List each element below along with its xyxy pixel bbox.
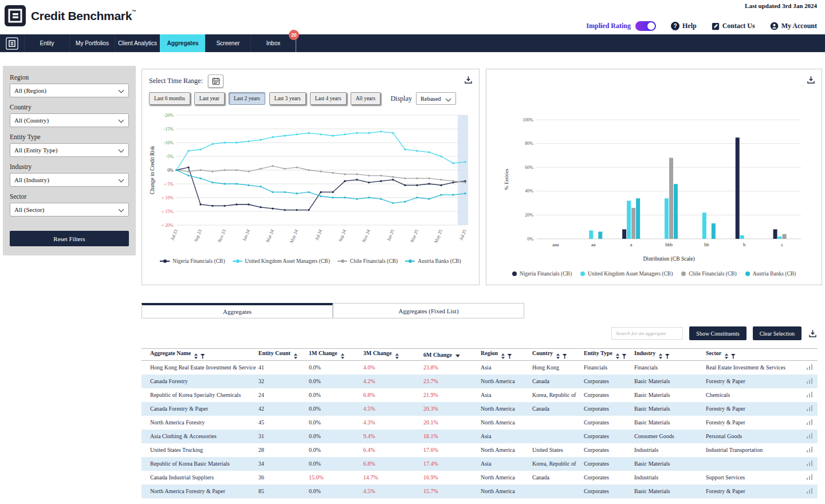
- sort-icon[interactable]: [616, 353, 619, 359]
- show-constituents-button[interactable]: Show Constituents: [689, 326, 746, 340]
- nav-tab-inbox[interactable]: Inbox20: [250, 34, 296, 52]
- column-header-entity-type[interactable]: Entity Type: [582, 349, 632, 361]
- download-icon[interactable]: [805, 74, 817, 86]
- column-header-6m-change[interactable]: 6M Change: [421, 349, 478, 361]
- svg-text:bbb: bbb: [665, 242, 673, 247]
- column-header-industry[interactable]: Industry: [632, 349, 704, 361]
- sparkline-icon[interactable]: [807, 405, 813, 411]
- legend-item-united-kingdom-asset-managers-cb[interactable]: United Kingdom Asset Managers (CB): [580, 271, 673, 277]
- column-header-country[interactable]: Country: [530, 349, 582, 361]
- implied-rating-toggle[interactable]: [635, 21, 656, 31]
- legend-item-united-kingdom-asset-managers-cb[interactable]: United Kingdom Asset Managers (CB): [233, 258, 330, 264]
- legend-item-chile-financials-cb[interactable]: Chile Financials (CB): [337, 258, 398, 264]
- svg-text:aa: aa: [591, 242, 596, 247]
- page: Last updated 3rd Jan 2024 Credit Benchma…: [0, 0, 825, 504]
- column-header-entity-count[interactable]: Entity Count: [256, 349, 307, 361]
- legend-marker-icon: [580, 271, 585, 276]
- legend-item-nigeria-financials-cb[interactable]: Nigeria Financials (CB): [512, 271, 572, 277]
- contact-us-button[interactable]: Contact Us: [712, 22, 755, 30]
- filter-select-industry[interactable]: All (Industry): [10, 173, 129, 187]
- column-header-3m-change[interactable]: 3M Change: [361, 349, 421, 361]
- range-button-all-years[interactable]: All years: [351, 92, 381, 105]
- table-row[interactable]: Canada Forestry320.0%4.2%23.7%North Amer…: [142, 375, 818, 388]
- nav-tab-aggregates[interactable]: Aggregates: [160, 34, 205, 52]
- sort-icon[interactable]: [725, 353, 728, 359]
- range-button-last-6-months[interactable]: Last 6 months: [149, 92, 190, 105]
- table-row[interactable]: Canada Industrial Suppliers3615.0%14.7%1…: [142, 471, 818, 485]
- nav-tab-client-analytics[interactable]: Client Analytics: [115, 34, 160, 52]
- legend-item-nigeria-financials-cb[interactable]: Nigeria Financials (CB): [160, 258, 225, 264]
- filter-funnel-icon[interactable]: [730, 354, 736, 359]
- sparkline-icon[interactable]: [807, 474, 813, 480]
- table-row[interactable]: North America Forestry & Paper850.0%4.5%…: [142, 485, 818, 498]
- sort-icon[interactable]: [659, 353, 662, 359]
- cell-country: [530, 430, 582, 443]
- cell-m6: 21.9%: [421, 388, 478, 402]
- filter-funnel-icon[interactable]: [665, 354, 670, 359]
- sort-icon[interactable]: [501, 353, 505, 359]
- column-header-sector[interactable]: Sector: [704, 349, 802, 361]
- column-header-aggregate-name[interactable]: Aggregate Name: [142, 349, 256, 361]
- nav-tab-screener[interactable]: Screener: [205, 34, 250, 52]
- table-row[interactable]: Canada Forestry & Paper420.0%4.5%20.3%No…: [142, 402, 818, 416]
- aggregate-search-input[interactable]: [611, 327, 683, 340]
- clear-selection-button[interactable]: Clear Selection: [753, 326, 802, 340]
- cell-m3: 6.4%: [361, 443, 421, 457]
- sparkline-icon[interactable]: [807, 447, 813, 452]
- filter-label: Sector: [10, 193, 129, 200]
- download-icon[interactable]: [808, 329, 818, 338]
- legend-item-austria-banks-cb[interactable]: Austria Banks (CB): [745, 271, 796, 277]
- sparkline-icon[interactable]: [807, 364, 813, 370]
- sort-icon[interactable]: [395, 353, 399, 359]
- table-row[interactable]: Hong Kong Real Estate Investment & Servi…: [142, 361, 818, 375]
- filter-select-region[interactable]: All (Region): [10, 84, 129, 97]
- sparkline-icon[interactable]: [807, 460, 813, 466]
- filter-funnel-icon[interactable]: [200, 354, 205, 359]
- svg-text:aaa: aaa: [552, 242, 559, 247]
- download-icon[interactable]: [462, 74, 474, 86]
- sort-icon[interactable]: [556, 353, 560, 359]
- range-button-last-2-years[interactable]: Last 2 years: [229, 92, 265, 105]
- table-row[interactable]: North America Forestry450.0%4.3%20.1%Nor…: [142, 416, 818, 430]
- sort-icon[interactable]: [194, 353, 198, 359]
- reset-filters-button[interactable]: Reset Filters: [10, 231, 129, 246]
- range-button-last-3-years[interactable]: Last 3 years: [269, 92, 306, 105]
- filter-funnel-icon[interactable]: [622, 354, 627, 359]
- main-nav: EntityMy PortfoliosClient AnalyticsAggre…: [0, 34, 825, 52]
- calendar-button[interactable]: [208, 74, 223, 88]
- tab-aggregates[interactable]: Aggregates: [142, 303, 333, 318]
- legend-item-chile-financials-cb[interactable]: Chile Financials (CB): [681, 271, 736, 277]
- range-button-last-year[interactable]: Last year: [194, 92, 225, 105]
- my-account-button[interactable]: My Account: [770, 22, 817, 30]
- help-button[interactable]: ? Help: [671, 22, 697, 30]
- table-row[interactable]: Asia Clothing & Accessories310.0%9.4%18.…: [142, 430, 818, 443]
- sort-icon[interactable]: [294, 353, 297, 359]
- column-header-region[interactable]: Region: [478, 349, 530, 361]
- filter-funnel-icon[interactable]: [507, 354, 512, 359]
- sparkline-icon[interactable]: [807, 488, 813, 494]
- cell-chart: [802, 416, 818, 430]
- display-select[interactable]: Rebased: [416, 92, 456, 105]
- nav-logo-icon[interactable]: [0, 34, 24, 52]
- sparkline-icon[interactable]: [807, 419, 813, 425]
- range-button-last-4-years[interactable]: Last 4 years: [310, 92, 347, 105]
- filter-group: SectorAll (Sector): [10, 193, 129, 216]
- sort-desc-icon[interactable]: [455, 355, 460, 357]
- table-row[interactable]: United States Trucking280.0%6.4%17.6%Nor…: [142, 443, 818, 457]
- column-header-1m-change[interactable]: 1M Change: [307, 349, 361, 361]
- table-row[interactable]: Republic of Korea Specialty Chemicals240…: [142, 388, 818, 402]
- tab-aggregates-fixed-list[interactable]: Aggregates (Fixed List): [333, 303, 524, 318]
- nav-tab-my-portfolios[interactable]: My Portfolios: [69, 34, 115, 52]
- nav-tab-entity[interactable]: Entity: [24, 34, 69, 52]
- sort-icon[interactable]: [341, 353, 344, 359]
- sparkline-icon[interactable]: [807, 392, 813, 397]
- sparkline-icon[interactable]: [807, 433, 813, 439]
- filter-select-country[interactable]: All (Country): [10, 113, 129, 127]
- sparkline-icon[interactable]: [807, 378, 813, 384]
- header-icons: [294, 353, 297, 359]
- filter-select-sector[interactable]: All (Sector): [10, 203, 129, 216]
- filter-select-entity-type[interactable]: All (Entity Type): [10, 143, 129, 157]
- filter-funnel-icon[interactable]: [562, 354, 567, 359]
- table-row[interactable]: Republic of Korea Basic Materials340.0%6…: [142, 457, 818, 471]
- legend-item-austria-banks-cb[interactable]: Austria Banks (CB): [405, 258, 461, 264]
